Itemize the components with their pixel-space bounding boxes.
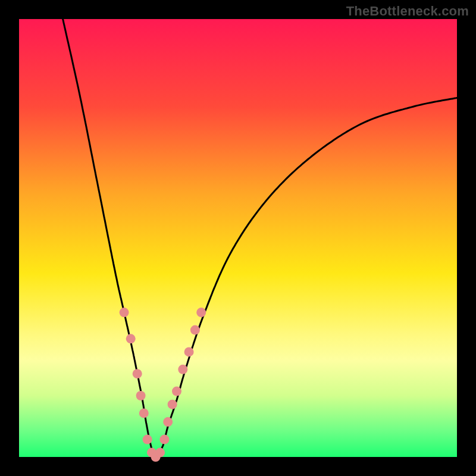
highlight-dot	[178, 365, 187, 374]
chart-frame: TheBottleneck.com	[0, 0, 476, 476]
highlight-dot	[136, 391, 146, 400]
plot-background	[19, 19, 457, 457]
highlight-dot	[190, 325, 200, 335]
highlight-dot	[172, 387, 181, 396]
highlight-dot	[155, 448, 165, 458]
highlight-dot	[139, 408, 149, 418]
highlight-dot	[143, 435, 152, 444]
highlight-dot	[196, 308, 206, 317]
highlight-dot	[120, 308, 129, 317]
watermark-label: TheBottleneck.com	[346, 4, 469, 19]
highlight-dot	[184, 347, 194, 356]
highlight-dot	[126, 334, 136, 343]
bottleneck-chart	[0, 0, 476, 476]
highlight-dot	[159, 435, 169, 444]
highlight-dot	[133, 369, 142, 378]
highlight-dot	[168, 400, 177, 409]
highlight-dot	[163, 417, 173, 427]
